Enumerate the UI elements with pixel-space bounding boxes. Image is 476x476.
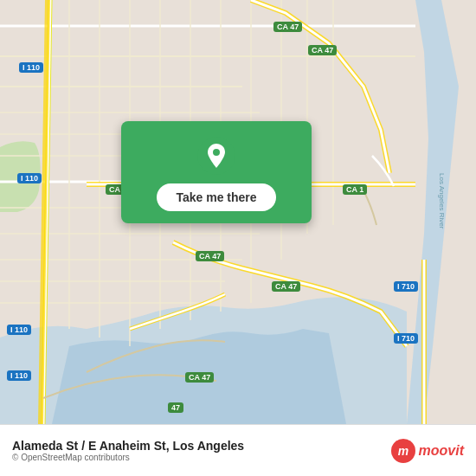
address-text: Alameda St / E Anaheim St, Los Angeles xyxy=(12,439,244,453)
badge-47-small: 47 xyxy=(168,402,183,413)
badge-ca47-1: CA 47 xyxy=(273,22,302,32)
attribution-text: © OpenStreetMap contributors xyxy=(12,453,244,462)
location-pin-icon xyxy=(197,137,235,175)
svg-text:Los Angeles River: Los Angeles River xyxy=(438,173,446,229)
map-container: Los Angeles River I 110 I 110 I 110 I 11… xyxy=(0,0,476,424)
moovit-text: moovit xyxy=(419,443,464,459)
badge-i110-3: I 110 xyxy=(7,325,31,335)
bottom-bar: Alameda St / E Anaheim St, Los Angeles ©… xyxy=(0,424,476,476)
badge-ca47-4: CA 47 xyxy=(272,281,300,292)
badge-ca1-2: CA 1 xyxy=(343,184,367,195)
moovit-logo: m moovit xyxy=(391,439,464,463)
location-card: Take me there xyxy=(121,121,312,223)
take-me-there-button[interactable]: Take me there xyxy=(157,183,275,211)
svg-point-32 xyxy=(213,149,220,156)
svg-text:m: m xyxy=(397,444,408,458)
badge-i710-1: I 710 xyxy=(394,281,418,292)
badge-ca47-2: CA 47 xyxy=(308,45,337,55)
badge-i110-2: I 110 xyxy=(17,173,42,183)
badge-i710-2: I 710 xyxy=(394,333,418,344)
badge-i110-4: I 110 xyxy=(7,370,31,381)
bottom-info: Alameda St / E Anaheim St, Los Angeles ©… xyxy=(12,439,244,462)
badge-i110-1: I 110 xyxy=(19,62,43,73)
badge-ca47-5: CA 47 xyxy=(185,372,214,383)
badge-ca47-3: CA 47 xyxy=(196,251,224,261)
moovit-icon: m xyxy=(391,439,415,463)
